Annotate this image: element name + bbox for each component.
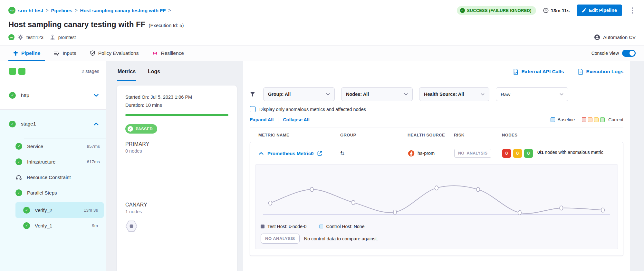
group-filter-dropdown[interactable]: Group: All xyxy=(263,87,335,101)
trigger-user: Automation CV xyxy=(594,34,636,40)
pipeline-icon xyxy=(13,51,18,56)
resource-constraint-icon xyxy=(15,175,22,180)
node-risk-counts: 0 0 0 xyxy=(502,149,533,158)
current-red-swatch-icon xyxy=(582,117,586,122)
chevron-down-icon[interactable] xyxy=(94,94,99,97)
breadcrumb: ∞ srm-hf-test > Pipelines > Host samplin… xyxy=(8,7,171,14)
test-host-legend: Test Host: c-node-0 xyxy=(261,224,306,229)
nodes-filter-dropdown[interactable]: Nodes: All xyxy=(341,87,413,101)
external-link-icon[interactable] xyxy=(317,151,322,156)
tab-logs[interactable]: Logs xyxy=(147,62,161,81)
step-duration: 617ms xyxy=(87,159,100,164)
data-mode-select[interactable]: Raw xyxy=(496,87,568,101)
sidebar-step-resource-constraint[interactable]: Resource Constraint xyxy=(0,169,106,185)
shield-check-icon xyxy=(90,50,95,56)
metric-chart xyxy=(261,169,612,221)
success-check-icon: ✓ xyxy=(23,207,30,214)
tab-metrics[interactable]: Metrics xyxy=(117,62,136,81)
metric-row-card: Prometheus Metric0 f1 xyxy=(250,142,623,256)
current-yellow-swatch-icon xyxy=(594,117,599,122)
step-duration: 9m xyxy=(92,223,98,228)
edit-pipeline-button[interactable]: Edit Pipeline xyxy=(577,5,622,16)
console-view-label: Console View xyxy=(591,51,619,56)
primary-node-count: 0 nodes xyxy=(125,148,228,154)
success-check-icon: ✓ xyxy=(460,8,465,13)
health-source-filter-dropdown[interactable]: Health Source: All xyxy=(419,87,489,101)
filter-icon[interactable] xyxy=(250,92,255,97)
chevron-down-icon xyxy=(481,93,485,95)
sidebar-stage-http[interactable]: ✓ http xyxy=(0,81,106,110)
page-header: ∞ srm-hf-test > Pipelines > Host samplin… xyxy=(0,0,644,45)
pencil-icon xyxy=(582,8,586,13)
chart-color-legend: Baseline Current xyxy=(551,117,623,122)
pipeline-tabbar: Pipeline Inputs Policy Evaluations R xyxy=(0,45,644,61)
chevron-up-icon[interactable] xyxy=(94,123,99,125)
expand-all-link[interactable]: Expand All xyxy=(250,117,274,122)
sidebar-step-service[interactable]: ✓ Service 857ms xyxy=(0,138,106,154)
metric-group: f1 xyxy=(341,151,408,156)
success-check-icon: ✓ xyxy=(15,143,22,150)
risk-badge: NO_ANALYSIS xyxy=(454,149,491,158)
external-api-calls-link[interactable]: API External API Calls xyxy=(513,69,564,75)
breadcrumb-pipelines[interactable]: Pipelines xyxy=(51,8,72,13)
metric-row: Prometheus Metric0 f1 xyxy=(250,142,623,164)
kebab-menu-icon[interactable] xyxy=(629,5,636,15)
ci-status-icon: ∞ xyxy=(8,34,14,40)
canary-label: CANARY xyxy=(125,202,228,208)
clock-icon xyxy=(543,8,549,13)
amber-count-chip: 0 xyxy=(513,149,522,158)
status-badge: ✓ SUCCESS (FAILURE IGNORED) xyxy=(457,6,536,15)
control-host-legend: Control Host: None xyxy=(319,224,364,229)
chevron-down-icon xyxy=(560,93,563,95)
verification-summary-card: Started On: Jul 5, 2023 1:06 PM Duration… xyxy=(117,85,237,271)
verify-step-tabs: Metrics Logs xyxy=(117,61,237,82)
resilience-icon xyxy=(152,50,158,56)
success-check-icon: ✓ xyxy=(23,222,30,229)
sidebar-step-parallel-steps[interactable]: ✓ Parallel Steps xyxy=(0,185,106,200)
console-view-toggle[interactable] xyxy=(622,50,636,57)
execution-logs-link[interactable]: Execution Logs xyxy=(578,69,623,75)
breadcrumb-project[interactable]: srm-hf-test xyxy=(18,8,43,13)
sidebar-step-verify-1[interactable]: ✓ Verify_1 9m xyxy=(15,218,104,233)
step-duration: 857ms xyxy=(87,144,100,149)
svg-text:API: API xyxy=(514,72,517,74)
canary-node-hexagon-icon[interactable] xyxy=(125,220,138,232)
execution-duration: 13m 11s xyxy=(543,8,570,13)
canary-node-count: 1 nodes xyxy=(125,209,228,214)
success-check-icon: ✓ xyxy=(15,158,22,165)
verification-progress-bar xyxy=(125,114,228,116)
sidebar-stage-stage1[interactable]: ✓ stage1 xyxy=(0,110,106,138)
success-check-icon: ✓ xyxy=(15,189,22,196)
metrics-panel: API External API Calls Execution Logs xyxy=(243,61,630,271)
success-check-icon: ✓ xyxy=(9,92,16,99)
execution-tree-sidebar: 2 stages ✓ http ✓ stage1 xyxy=(0,61,106,271)
tab-inputs[interactable]: Inputs xyxy=(49,45,81,61)
metric-chart-box: Test Host: c-node-0 Control Host: None N… xyxy=(255,164,618,249)
sidebar-step-infrastructure[interactable]: ✓ Infrastructure 617ms xyxy=(0,154,106,169)
stage-count: 2 stages xyxy=(82,69,99,74)
chevron-down-icon xyxy=(326,93,330,95)
control-host-swatch-icon xyxy=(319,225,323,228)
red-count-chip: 0 xyxy=(502,149,511,158)
environment-icon xyxy=(50,35,55,40)
no-analysis-note: No control data to compare against. xyxy=(304,236,378,241)
execution-id: (Execution Id: 5) xyxy=(149,23,184,28)
harness-logo-icon: ∞ xyxy=(8,7,15,14)
metric-name-link[interactable]: Prometheus Metric0 xyxy=(267,151,313,156)
check-icon: ✓ xyxy=(128,126,133,132)
anomalous-only-checkbox[interactable] xyxy=(250,106,256,112)
collapse-all-link[interactable]: Collapse All xyxy=(283,117,309,122)
sidebar-step-verify-2[interactable]: ✓ Verify_2 13m 3s xyxy=(15,202,104,218)
tab-pipeline[interactable]: Pipeline xyxy=(8,45,45,61)
inputs-icon xyxy=(54,51,60,56)
tab-resilience[interactable]: Resilience xyxy=(148,45,188,61)
logs-file-icon xyxy=(578,69,583,75)
test-host-swatch-icon xyxy=(261,225,264,228)
divider xyxy=(278,117,278,123)
tab-policy-evaluations[interactable]: Policy Evaluations xyxy=(85,45,143,61)
avatar-icon xyxy=(594,34,600,40)
health-source-name: hs-prom xyxy=(418,151,435,156)
collapse-chevron-up-icon[interactable] xyxy=(259,152,264,155)
breadcrumb-separator: > xyxy=(46,8,48,13)
breadcrumb-pipeline-name[interactable]: Host sampling canary testing with FF xyxy=(80,8,166,13)
